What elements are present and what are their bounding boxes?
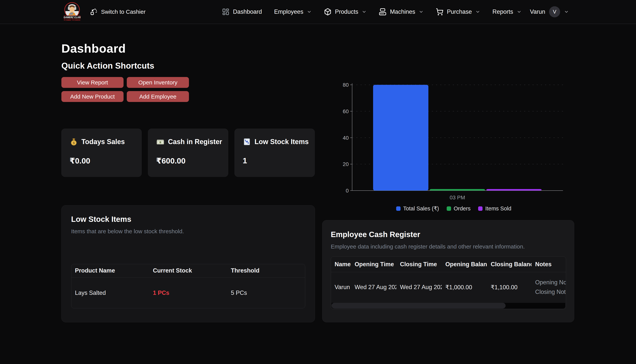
chevron-down-icon xyxy=(564,9,569,14)
chevron-down-icon xyxy=(362,9,367,14)
view-report-button[interactable]: View Report xyxy=(61,77,124,88)
todays-sales-value: ₹0.00 xyxy=(70,156,134,166)
legend-item[interactable]: Items Sold xyxy=(478,206,511,212)
page-title: Dashboard xyxy=(61,42,126,55)
hourly-sales-chart: 02040608003 PM xyxy=(339,81,568,203)
nav-dashboard-label: Dashboard xyxy=(233,8,262,15)
low-stock-title: Low Stock Items xyxy=(71,215,305,224)
cash-in-register-label: Cash in Register xyxy=(168,138,222,146)
svg-text:80: 80 xyxy=(343,82,349,88)
nav-products[interactable]: Products xyxy=(324,8,367,16)
svg-text:0: 0 xyxy=(346,188,349,194)
closing-balance-cell: ₹1,100.00 xyxy=(487,272,531,302)
svg-text:$: $ xyxy=(73,141,75,145)
closing-time-cell: Wed 27 Aug 2025 xyxy=(396,272,442,302)
scrollbar-thumb[interactable] xyxy=(332,303,506,308)
package-icon xyxy=(324,8,332,16)
legend-swatch xyxy=(396,206,401,211)
nav-machines[interactable]: Machines xyxy=(379,8,424,16)
table-row: Varun Wed 27 Aug 2025 Wed 27 Aug 2025 ₹1… xyxy=(331,272,566,302)
employee-cash-register-title: Employee Cash Register xyxy=(331,230,566,239)
col-product-name: Product Name xyxy=(71,264,149,277)
employee-cash-register-subtitle: Employee data including cash register de… xyxy=(331,243,566,250)
opening-time-cell: Wed 27 Aug 2025 xyxy=(351,272,396,302)
legend-label: Total Sales (₹) xyxy=(403,205,439,212)
add-new-product-button[interactable]: Add New Product xyxy=(61,91,124,102)
col-threshold: Threshold xyxy=(227,264,305,277)
col-closing-time: Closing Time xyxy=(396,257,442,272)
chevron-down-icon xyxy=(419,9,424,14)
legend-swatch xyxy=(478,206,482,211)
nav-purchase[interactable]: Purchase xyxy=(436,8,480,16)
money-bag-icon: $ xyxy=(70,138,78,146)
todays-sales-label: Todays Sales xyxy=(81,138,125,146)
switch-label: Switch to Cashier xyxy=(101,8,146,15)
current-stock-cell: 1 PCs xyxy=(149,277,227,308)
svg-text:GAMERZ CLAN: GAMERZ CLAN xyxy=(64,16,81,19)
low-stock-items-card: Low Stock Items 1 xyxy=(235,129,315,177)
legend-item[interactable]: Orders xyxy=(447,206,471,212)
legend-item[interactable]: Total Sales (₹) xyxy=(396,205,439,212)
col-current-stock: Current Stock xyxy=(149,264,227,277)
svg-text:03 PM: 03 PM xyxy=(450,194,465,200)
low-stock-subtitle: Items that are below the low stock thres… xyxy=(71,228,305,234)
horizontal-scrollbar[interactable] xyxy=(332,303,565,308)
col-notes: Notes xyxy=(531,257,566,272)
brand-logo[interactable]: GAMERZ CLAN PC GAMING - PS CONSOLE xyxy=(63,2,81,22)
nav-reports-label: Reports xyxy=(492,8,513,15)
cash-in-register-card: $ Cash in Register ₹600.00 xyxy=(148,129,228,177)
threshold-cell: 5 PCs xyxy=(227,277,305,308)
open-inventory-button[interactable]: Open Inventory xyxy=(127,77,189,88)
todays-sales-card: $ Todays Sales ₹0.00 xyxy=(61,129,142,177)
user-name: Varun xyxy=(530,8,545,15)
dashboard-grid-icon xyxy=(222,8,230,16)
svg-text:40: 40 xyxy=(343,135,349,141)
legend-label: Orders xyxy=(454,206,471,212)
notes-cell: Opening Note Closing Note: xyxy=(531,272,566,302)
chevron-down-icon xyxy=(475,9,480,14)
chevron-down-icon xyxy=(307,9,312,14)
svg-text:$: $ xyxy=(160,141,161,144)
nav-employees-label: Employees xyxy=(274,8,303,15)
opening-note: Opening Note xyxy=(535,278,566,287)
navbar: GAMERZ CLAN PC GAMING - PS CONSOLE Switc… xyxy=(0,0,636,24)
user-menu[interactable]: Varun V xyxy=(530,6,569,17)
shopping-cart-icon xyxy=(436,8,443,16)
avatar[interactable]: V xyxy=(549,6,560,17)
chart-legend: Total Sales (₹)OrdersItems Sold xyxy=(339,204,568,213)
employee-cash-register-panel: Employee Cash Register Employee data inc… xyxy=(322,220,574,322)
chart-decreasing-icon xyxy=(243,138,251,146)
col-closing-balance: Closing Balance xyxy=(487,257,531,272)
col-opening-time: Opening Time xyxy=(351,257,396,272)
chevron-down-icon xyxy=(517,9,522,14)
nav-employees[interactable]: Employees xyxy=(274,8,312,15)
banknote-icon: $ xyxy=(156,138,165,146)
col-opening-balance: Opening Balance xyxy=(442,257,487,272)
gamerz-clan-logo-icon: GAMERZ CLAN PC GAMING - PS CONSOLE xyxy=(63,2,81,22)
nav-dashboard[interactable]: Dashboard xyxy=(222,8,262,16)
nav-reports[interactable]: Reports xyxy=(492,8,522,15)
low-stock-table: Product Name Current Stock Threshold Lay… xyxy=(71,264,305,308)
legend-label: Items Sold xyxy=(485,206,511,212)
low-stock-items-value: 1 xyxy=(243,156,307,165)
app-root: GAMERZ CLAN PC GAMING - PS CONSOLE Switc… xyxy=(0,0,636,364)
add-employee-button[interactable]: Add Employee xyxy=(127,91,189,102)
nav-purchase-label: Purchase xyxy=(447,8,472,15)
employee-cash-register-table: Name Opening Time Closing Time Opening B… xyxy=(331,256,566,309)
svg-text:PC GAMING - PS CONSOLE: PC GAMING - PS CONSOLE xyxy=(64,20,81,21)
quick-actions-title: Quick Action Shortcuts xyxy=(61,61,154,70)
computer-icon xyxy=(379,8,386,16)
quick-actions: View Report Open Inventory Add New Produ… xyxy=(61,77,189,102)
low-stock-items-label: Low Stock Items xyxy=(255,138,309,146)
opening-balance-cell: ₹1,000.00 xyxy=(442,272,487,302)
stat-cards: $ Todays Sales ₹0.00 $ Cash in Register … xyxy=(61,129,315,177)
main-nav: Dashboard Employees Products Mach xyxy=(222,8,522,16)
switch-to-cashier-button[interactable]: Switch to Cashier xyxy=(90,8,146,16)
svg-text:20: 20 xyxy=(343,161,349,167)
legend-swatch xyxy=(447,206,451,211)
table-row: Lays Salted 1 PCs 5 PCs xyxy=(71,277,305,308)
nav-machines-label: Machines xyxy=(390,8,415,15)
closing-note: Closing Note: xyxy=(535,287,566,297)
employee-name-cell: Varun xyxy=(331,272,351,302)
svg-text:60: 60 xyxy=(343,108,349,114)
